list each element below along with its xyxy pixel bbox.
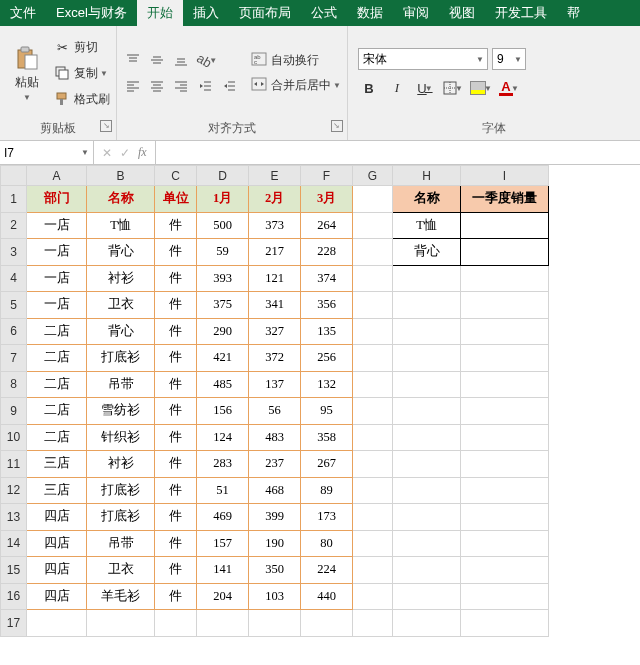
cell[interactable]: 264: [301, 212, 353, 239]
cell[interactable]: [393, 265, 461, 292]
cell[interactable]: 打底衫: [87, 345, 155, 372]
row-header[interactable]: 4: [1, 265, 27, 292]
cell[interactable]: 356: [301, 292, 353, 319]
cell[interactable]: 雪纺衫: [87, 398, 155, 425]
cell[interactable]: [87, 610, 155, 637]
cell[interactable]: 256: [301, 345, 353, 372]
row-header[interactable]: 12: [1, 477, 27, 504]
cell[interactable]: [461, 345, 549, 372]
cell[interactable]: [353, 610, 393, 637]
cell[interactable]: 95: [301, 398, 353, 425]
font-name-select[interactable]: 宋体 ▼: [358, 48, 488, 70]
cell[interactable]: 四店: [27, 583, 87, 610]
cell[interactable]: 2月: [249, 186, 301, 213]
italic-button[interactable]: I: [386, 78, 408, 98]
row-header[interactable]: 17: [1, 610, 27, 637]
cell[interactable]: [353, 345, 393, 372]
fill-color-button[interactable]: ▼: [470, 78, 492, 98]
cell[interactable]: 件: [155, 292, 197, 319]
column-header[interactable]: C: [155, 166, 197, 186]
cell[interactable]: 290: [197, 318, 249, 345]
cell[interactable]: 部门: [27, 186, 87, 213]
cell[interactable]: [353, 530, 393, 557]
cell[interactable]: [393, 345, 461, 372]
cell[interactable]: 217: [249, 239, 301, 266]
cell[interactable]: [353, 424, 393, 451]
cell[interactable]: 421: [197, 345, 249, 372]
cell[interactable]: [393, 557, 461, 584]
cell[interactable]: 375: [197, 292, 249, 319]
cell[interactable]: 件: [155, 239, 197, 266]
cell[interactable]: 打底衫: [87, 504, 155, 531]
decrease-indent-button[interactable]: [195, 76, 215, 96]
dialog-launcher-icon[interactable]: ↘: [331, 120, 343, 132]
cell[interactable]: [353, 239, 393, 266]
cell[interactable]: [393, 477, 461, 504]
cell[interactable]: 156: [197, 398, 249, 425]
cell[interactable]: 204: [197, 583, 249, 610]
cell[interactable]: 件: [155, 398, 197, 425]
cell[interactable]: 157: [197, 530, 249, 557]
cell[interactable]: [197, 610, 249, 637]
cell[interactable]: 打底衫: [87, 477, 155, 504]
cell[interactable]: 224: [301, 557, 353, 584]
cell[interactable]: [393, 292, 461, 319]
cell[interactable]: 341: [249, 292, 301, 319]
cell[interactable]: 二店: [27, 398, 87, 425]
cell[interactable]: 59: [197, 239, 249, 266]
align-left-button[interactable]: [123, 76, 143, 96]
cell[interactable]: 三店: [27, 477, 87, 504]
align-bottom-button[interactable]: [171, 50, 191, 70]
row-header[interactable]: 14: [1, 530, 27, 557]
cell[interactable]: 132: [301, 371, 353, 398]
column-header[interactable]: A: [27, 166, 87, 186]
cell[interactable]: [353, 477, 393, 504]
cell[interactable]: 件: [155, 345, 197, 372]
cell[interactable]: 衬衫: [87, 451, 155, 478]
cell[interactable]: T恤: [87, 212, 155, 239]
cell[interactable]: 485: [197, 371, 249, 398]
ribbon-tab[interactable]: 开发工具: [485, 0, 557, 26]
font-size-select[interactable]: 9 ▼: [492, 48, 526, 70]
cell[interactable]: 吊带: [87, 530, 155, 557]
cell[interactable]: 名称: [87, 186, 155, 213]
cell[interactable]: 468: [249, 477, 301, 504]
format-painter-button[interactable]: 格式刷: [54, 89, 110, 109]
cell[interactable]: 89: [301, 477, 353, 504]
cell[interactable]: 121: [249, 265, 301, 292]
cell[interactable]: [461, 424, 549, 451]
cell[interactable]: 吊带: [87, 371, 155, 398]
cell[interactable]: [461, 371, 549, 398]
cell[interactable]: 卫衣: [87, 292, 155, 319]
cell[interactable]: 件: [155, 265, 197, 292]
cell[interactable]: [461, 451, 549, 478]
ribbon-tab[interactable]: 插入: [183, 0, 229, 26]
dialog-launcher-icon[interactable]: ↘: [100, 120, 112, 132]
cell[interactable]: 190: [249, 530, 301, 557]
cell[interactable]: [461, 610, 549, 637]
cell[interactable]: [353, 583, 393, 610]
row-header[interactable]: 1: [1, 186, 27, 213]
ribbon-tab[interactable]: 数据: [347, 0, 393, 26]
cell[interactable]: 衬衫: [87, 265, 155, 292]
merge-center-button[interactable]: 合并后居中 ▼: [251, 77, 341, 94]
cell[interactable]: [461, 557, 549, 584]
cell[interactable]: 件: [155, 583, 197, 610]
column-header[interactable]: B: [87, 166, 155, 186]
cell[interactable]: 背心: [87, 239, 155, 266]
borders-button[interactable]: ▼: [442, 78, 464, 98]
ribbon-tab[interactable]: Excel与财务: [46, 0, 137, 26]
cell[interactable]: 141: [197, 557, 249, 584]
cell[interactable]: [461, 583, 549, 610]
ribbon-tab[interactable]: 开始: [137, 0, 183, 26]
cell[interactable]: [393, 371, 461, 398]
underline-button[interactable]: U▼: [414, 78, 436, 98]
column-header[interactable]: F: [301, 166, 353, 186]
column-header[interactable]: G: [353, 166, 393, 186]
row-header[interactable]: 3: [1, 239, 27, 266]
cell[interactable]: [393, 530, 461, 557]
cell[interactable]: 440: [301, 583, 353, 610]
cell[interactable]: [353, 504, 393, 531]
paste-button[interactable]: 粘贴 ▼: [6, 30, 48, 116]
ribbon-tab[interactable]: 公式: [301, 0, 347, 26]
